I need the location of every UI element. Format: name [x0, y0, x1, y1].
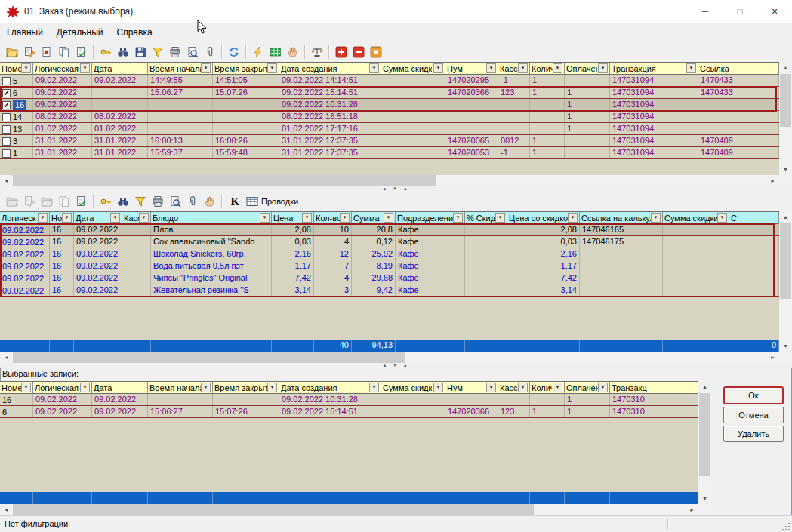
column-header[interactable]: Касса▼	[498, 382, 530, 394]
scroll-left-arrow[interactable]: ◄	[0, 352, 13, 363]
column-filter-arrow[interactable]: ▼	[267, 383, 277, 392]
close-icon[interactable]: ✕	[757, 0, 792, 23]
scrollbar-thumb[interactable]	[780, 74, 791, 127]
delete-button[interactable]: Удалить	[723, 426, 784, 442]
lightning-button[interactable]	[249, 44, 267, 60]
scrollbar-thumb[interactable]	[13, 352, 405, 363]
grid-row[interactable]: ✓1609.02.202209.02.2022 10:31:2811470310…	[0, 99, 779, 111]
column-filter-arrow[interactable]: ▼	[651, 213, 661, 223]
column-header[interactable]: Сумма скидки▼	[663, 212, 729, 224]
scroll-left-arrow[interactable]: ◄	[0, 175, 13, 186]
copy-record-button[interactable]	[55, 44, 72, 60]
column-header[interactable]: Ссылка на калькуля▼	[580, 212, 663, 224]
paperclip-attachment-button[interactable]	[183, 193, 201, 210]
row-checkbox[interactable]	[2, 137, 11, 146]
column-header[interactable]: Время начала▼	[148, 382, 213, 394]
copy-record-button[interactable]	[55, 193, 72, 210]
grid-row[interactable]: 09.02.20221609.02.2022Плов2,081020,8Кафе…	[0, 224, 779, 236]
column-filter-arrow[interactable]: ▼	[302, 213, 312, 223]
paperclip-attachment-button[interactable]	[201, 44, 218, 60]
column-filter-arrow[interactable]: ▼	[433, 383, 443, 392]
column-filter-arrow[interactable]: ▼	[495, 213, 505, 223]
column-header[interactable]: Дата▼	[74, 212, 122, 224]
open-folder-button[interactable]	[3, 193, 20, 210]
grid-row[interactable]: 09.02.20221609.02.2022Шоколад Snickers, …	[0, 248, 779, 260]
column-header[interactable]: Кол-во▼	[314, 212, 352, 224]
grid-row[interactable]: 131.01.202231.01.202215:59:3715:59:4831.…	[0, 147, 779, 159]
column-header[interactable]: Цена▼	[272, 212, 314, 224]
balance-button[interactable]	[308, 44, 325, 60]
close-x-orange-button[interactable]	[367, 44, 384, 60]
column-header[interactable]: Нум▼	[445, 382, 498, 394]
items-horizontal-scrollbar[interactable]: ◄►	[0, 352, 779, 363]
save-edit-button[interactable]	[72, 44, 90, 60]
vertical-scrollbar[interactable]: ▲▼	[698, 381, 711, 504]
column-filter-arrow[interactable]: ▼	[267, 63, 277, 73]
column-header[interactable]: Логическая д▼	[33, 63, 92, 75]
resize-grip[interactable]	[781, 521, 791, 531]
remove-minus-red-button[interactable]	[350, 44, 367, 60]
column-filter-arrow[interactable]: ▼	[21, 63, 31, 73]
binoculars-search-button[interactable]	[114, 44, 131, 60]
grid-row[interactable]: 09.02.20221609.02.2022Вода питьевая 0,5л…	[0, 260, 779, 272]
hand-button[interactable]	[201, 193, 218, 210]
add-plus-red-button[interactable]	[332, 44, 350, 60]
column-filter-arrow[interactable]: ▼	[260, 213, 270, 223]
column-header[interactable]: Сумма▼	[352, 212, 396, 224]
filter-funnel-button[interactable]	[149, 44, 166, 60]
binoculars-search-button[interactable]	[114, 193, 131, 210]
print-preview-button[interactable]	[183, 44, 201, 60]
column-header[interactable]: Цена со скидкой▼	[507, 212, 580, 224]
splitter-top[interactable]	[0, 186, 792, 192]
minimize-icon[interactable]: ─	[688, 0, 723, 23]
row-checkbox[interactable]	[2, 77, 11, 85]
scroll-down-arrow[interactable]: ▼	[779, 164, 792, 175]
column-header[interactable]: Ном▼	[50, 212, 74, 224]
column-filter-arrow[interactable]: ▼	[518, 383, 528, 392]
scroll-left-arrow[interactable]: ◄	[0, 504, 13, 515]
column-header[interactable]: Нум▼	[445, 63, 498, 75]
selected-horizontal-scrollbar[interactable]: ◄►	[0, 504, 698, 515]
column-header[interactable]: Дата создания▼	[279, 63, 381, 75]
column-filter-arrow[interactable]: ▼	[369, 383, 379, 392]
column-filter-arrow[interactable]: ▼	[38, 213, 48, 223]
filter-funnel-button[interactable]	[131, 193, 149, 210]
column-header[interactable]: С	[729, 212, 779, 224]
scrollbar-thumb[interactable]	[699, 393, 710, 476]
column-filter-arrow[interactable]: ▼	[518, 63, 528, 73]
vertical-scrollbar[interactable]: ▲▼	[779, 211, 792, 352]
column-filter-arrow[interactable]: ▼	[369, 63, 379, 73]
column-filter-arrow[interactable]: ▼	[686, 63, 696, 73]
grid-row[interactable]: 09.02.20221609.02.2022Жевательная резинк…	[0, 284, 779, 297]
delete-record-button[interactable]	[38, 44, 55, 60]
grid-row[interactable]: 1609.02.202209.02.202209.02.2022 10:31:2…	[0, 394, 698, 406]
scroll-right-arrow[interactable]: ►	[686, 504, 698, 515]
column-header[interactable]: Номе▼	[0, 63, 33, 75]
grid-row[interactable]: 09.02.20221609.02.2022Чипсы "Pringles" O…	[0, 272, 779, 284]
orders-horizontal-scrollbar[interactable]: ◄►	[0, 175, 779, 186]
scrollbar-thumb[interactable]	[13, 504, 534, 515]
column-filter-arrow[interactable]: ▼	[21, 383, 31, 392]
column-header[interactable]: Количе▼	[530, 63, 565, 75]
column-header[interactable]: Дата создания▼	[279, 382, 381, 394]
column-filter-arrow[interactable]: ▼	[717, 213, 727, 223]
column-filter-arrow[interactable]: ▼	[553, 383, 562, 392]
column-filter-arrow[interactable]: ▼	[568, 213, 578, 223]
hand-button[interactable]	[284, 44, 301, 60]
open-folder-button[interactable]	[38, 193, 55, 210]
scroll-up-arrow[interactable]: ▲	[779, 211, 792, 223]
column-filter-arrow[interactable]: ▼	[486, 383, 496, 392]
column-header[interactable]: Логическая д▼	[33, 382, 92, 394]
column-header[interactable]: % Скидк▼	[465, 212, 507, 224]
column-header[interactable]: Касс▼	[122, 212, 151, 224]
row-checkbox[interactable]	[2, 125, 11, 134]
grid-row[interactable]: 09.02.20221609.02.2022Сок апельсиновый "…	[0, 236, 779, 248]
column-header[interactable]: Транзакц	[610, 382, 698, 394]
cancel-button[interactable]: Отмена	[723, 407, 784, 423]
export-grid-button[interactable]	[267, 44, 284, 60]
column-filter-arrow[interactable]: ▼	[201, 383, 211, 392]
column-header[interactable]: Номе▼	[0, 382, 33, 394]
column-header[interactable]: Логическ▼	[0, 212, 50, 224]
printer-button[interactable]	[149, 193, 166, 210]
column-header[interactable]: Время закрыт▼	[213, 63, 279, 75]
